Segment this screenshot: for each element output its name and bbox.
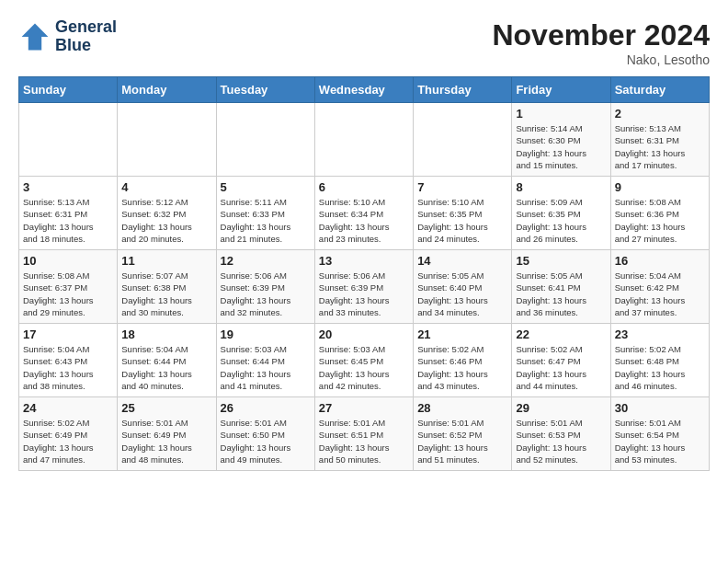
calendar-week-row: 10Sunrise: 5:08 AM Sunset: 6:37 PM Dayli… [19, 250, 710, 324]
calendar-table: SundayMondayTuesdayWednesdayThursdayFrid… [18, 76, 710, 471]
calendar-cell: 6Sunrise: 5:10 AM Sunset: 6:34 PM Daylig… [314, 177, 413, 250]
calendar-cell: 30Sunrise: 5:01 AM Sunset: 6:54 PM Dayli… [610, 397, 709, 471]
day-number: 16 [615, 254, 705, 268]
calendar-cell [118, 103, 216, 177]
day-info: Sunrise: 5:01 AM Sunset: 6:53 PM Dayligh… [516, 417, 606, 465]
day-info: Sunrise: 5:10 AM Sunset: 6:34 PM Dayligh… [319, 196, 409, 245]
calendar-cell: 15Sunrise: 5:05 AM Sunset: 6:41 PM Dayli… [512, 250, 610, 324]
calendar-cell: 22Sunrise: 5:02 AM Sunset: 6:47 PM Dayli… [512, 324, 610, 397]
calendar-cell: 4Sunrise: 5:12 AM Sunset: 6:32 PM Daylig… [118, 177, 216, 250]
day-number: 11 [121, 254, 211, 268]
page-header: General Blue November 2024 Nako, Lesotho [18, 18, 710, 67]
day-number: 7 [417, 180, 507, 194]
day-number: 2 [615, 107, 705, 121]
calendar-cell: 26Sunrise: 5:01 AM Sunset: 6:50 PM Dayli… [216, 397, 314, 471]
calendar-cell: 5Sunrise: 5:11 AM Sunset: 6:33 PM Daylig… [216, 177, 314, 250]
calendar-cell: 12Sunrise: 5:06 AM Sunset: 6:39 PM Dayli… [216, 250, 314, 324]
day-number: 4 [121, 180, 211, 194]
day-info: Sunrise: 5:08 AM Sunset: 6:37 PM Dayligh… [23, 270, 113, 318]
day-info: Sunrise: 5:01 AM Sunset: 6:54 PM Dayligh… [615, 417, 705, 465]
day-info: Sunrise: 5:04 AM Sunset: 6:44 PM Dayligh… [121, 343, 211, 392]
day-info: Sunrise: 5:01 AM Sunset: 6:52 PM Dayligh… [417, 417, 507, 465]
day-number: 21 [417, 327, 507, 341]
weekday-header: Saturday [610, 77, 709, 103]
calendar-cell: 24Sunrise: 5:02 AM Sunset: 6:49 PM Dayli… [19, 397, 118, 471]
day-info: Sunrise: 5:03 AM Sunset: 6:45 PM Dayligh… [319, 343, 409, 392]
day-info: Sunrise: 5:02 AM Sunset: 6:46 PM Dayligh… [417, 343, 507, 392]
calendar-cell: 23Sunrise: 5:02 AM Sunset: 6:48 PM Dayli… [610, 324, 709, 397]
calendar-cell: 19Sunrise: 5:03 AM Sunset: 6:44 PM Dayli… [216, 324, 314, 397]
day-info: Sunrise: 5:14 AM Sunset: 6:30 PM Dayligh… [516, 122, 606, 171]
calendar-cell: 7Sunrise: 5:10 AM Sunset: 6:35 PM Daylig… [414, 177, 512, 250]
day-info: Sunrise: 5:13 AM Sunset: 6:31 PM Dayligh… [615, 122, 705, 171]
day-number: 17 [23, 327, 113, 341]
day-number: 19 [221, 327, 311, 341]
day-number: 27 [319, 401, 409, 415]
logo-icon [18, 20, 51, 53]
day-info: Sunrise: 5:13 AM Sunset: 6:31 PM Dayligh… [23, 196, 113, 245]
day-number: 20 [319, 327, 409, 341]
day-info: Sunrise: 5:07 AM Sunset: 6:38 PM Dayligh… [121, 270, 211, 318]
day-number: 26 [221, 401, 311, 415]
day-info: Sunrise: 5:06 AM Sunset: 6:39 PM Dayligh… [319, 270, 409, 318]
weekday-header-row: SundayMondayTuesdayWednesdayThursdayFrid… [19, 77, 710, 103]
day-info: Sunrise: 5:04 AM Sunset: 6:43 PM Dayligh… [23, 343, 113, 392]
weekday-header: Tuesday [216, 77, 314, 103]
day-number: 22 [516, 327, 606, 341]
day-number: 5 [221, 180, 311, 194]
day-number: 25 [121, 401, 211, 415]
calendar-cell [314, 103, 413, 177]
calendar-cell [414, 103, 512, 177]
day-number: 8 [516, 180, 606, 194]
calendar-cell: 11Sunrise: 5:07 AM Sunset: 6:38 PM Dayli… [118, 250, 216, 324]
day-number: 23 [615, 327, 705, 341]
calendar-cell [19, 103, 118, 177]
month-title: November 2024 [492, 18, 710, 52]
day-number: 9 [615, 180, 705, 194]
day-info: Sunrise: 5:09 AM Sunset: 6:35 PM Dayligh… [516, 196, 606, 245]
day-number: 12 [221, 254, 311, 268]
calendar-cell: 17Sunrise: 5:04 AM Sunset: 6:43 PM Dayli… [19, 324, 118, 397]
day-info: Sunrise: 5:01 AM Sunset: 6:49 PM Dayligh… [121, 417, 211, 465]
weekday-header: Sunday [19, 77, 118, 103]
calendar-week-row: 3Sunrise: 5:13 AM Sunset: 6:31 PM Daylig… [19, 177, 710, 250]
day-info: Sunrise: 5:05 AM Sunset: 6:40 PM Dayligh… [417, 270, 507, 318]
day-info: Sunrise: 5:10 AM Sunset: 6:35 PM Dayligh… [417, 196, 507, 245]
calendar-cell: 1Sunrise: 5:14 AM Sunset: 6:30 PM Daylig… [512, 103, 610, 177]
calendar-week-row: 17Sunrise: 5:04 AM Sunset: 6:43 PM Dayli… [19, 324, 710, 397]
day-number: 29 [516, 401, 606, 415]
calendar-cell: 8Sunrise: 5:09 AM Sunset: 6:35 PM Daylig… [512, 177, 610, 250]
day-number: 28 [417, 401, 507, 415]
day-number: 1 [516, 107, 606, 121]
weekday-header: Thursday [414, 77, 512, 103]
calendar-cell: 29Sunrise: 5:01 AM Sunset: 6:53 PM Dayli… [512, 397, 610, 471]
day-number: 30 [615, 401, 705, 415]
calendar-week-row: 24Sunrise: 5:02 AM Sunset: 6:49 PM Dayli… [19, 397, 710, 471]
calendar-cell: 2Sunrise: 5:13 AM Sunset: 6:31 PM Daylig… [610, 103, 709, 177]
day-number: 15 [516, 254, 606, 268]
day-number: 3 [23, 180, 113, 194]
calendar-cell: 9Sunrise: 5:08 AM Sunset: 6:36 PM Daylig… [610, 177, 709, 250]
calendar-cell: 27Sunrise: 5:01 AM Sunset: 6:51 PM Dayli… [314, 397, 413, 471]
svg-marker-0 [22, 23, 49, 50]
day-info: Sunrise: 5:12 AM Sunset: 6:32 PM Dayligh… [121, 196, 211, 245]
day-number: 24 [23, 401, 113, 415]
day-number: 10 [23, 254, 113, 268]
day-info: Sunrise: 5:01 AM Sunset: 6:51 PM Dayligh… [319, 417, 409, 465]
calendar-cell: 13Sunrise: 5:06 AM Sunset: 6:39 PM Dayli… [314, 250, 413, 324]
day-info: Sunrise: 5:11 AM Sunset: 6:33 PM Dayligh… [221, 196, 311, 245]
title-area: November 2024 Nako, Lesotho [492, 18, 710, 67]
day-number: 14 [417, 254, 507, 268]
calendar-cell: 3Sunrise: 5:13 AM Sunset: 6:31 PM Daylig… [19, 177, 118, 250]
day-info: Sunrise: 5:01 AM Sunset: 6:50 PM Dayligh… [221, 417, 311, 465]
weekday-header: Monday [118, 77, 216, 103]
weekday-header: Friday [512, 77, 610, 103]
calendar-cell: 21Sunrise: 5:02 AM Sunset: 6:46 PM Dayli… [414, 324, 512, 397]
day-info: Sunrise: 5:02 AM Sunset: 6:49 PM Dayligh… [23, 417, 113, 465]
day-info: Sunrise: 5:06 AM Sunset: 6:39 PM Dayligh… [221, 270, 311, 318]
day-info: Sunrise: 5:08 AM Sunset: 6:36 PM Dayligh… [615, 196, 705, 245]
calendar-cell: 18Sunrise: 5:04 AM Sunset: 6:44 PM Dayli… [118, 324, 216, 397]
day-info: Sunrise: 5:03 AM Sunset: 6:44 PM Dayligh… [221, 343, 311, 392]
calendar-cell: 28Sunrise: 5:01 AM Sunset: 6:52 PM Dayli… [414, 397, 512, 471]
weekday-header: Wednesday [314, 77, 413, 103]
